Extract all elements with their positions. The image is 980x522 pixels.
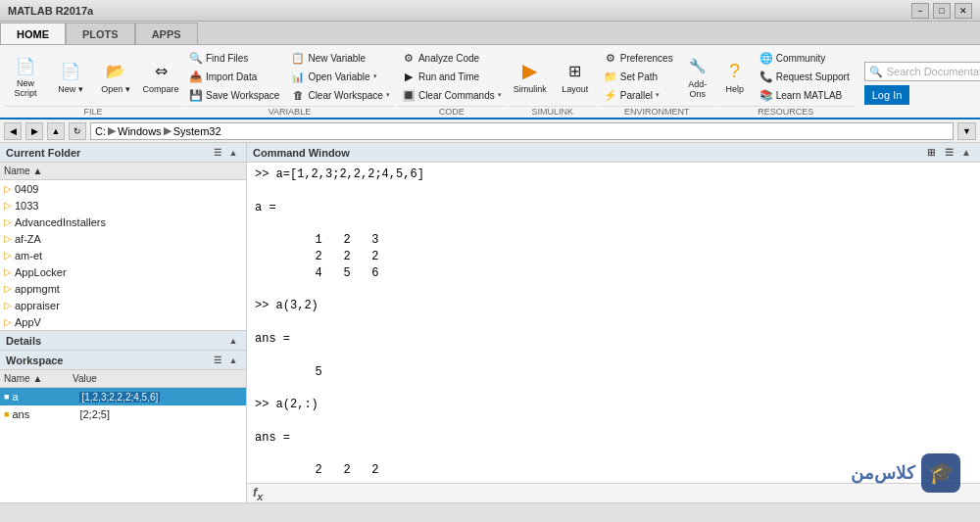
path-sep-1: ▶ — [108, 124, 116, 137]
open-var-icon: 📊 — [291, 70, 305, 83]
open-variable-button[interactable]: 📊 Open Variable ▾ — [286, 68, 395, 85]
folder-item[interactable]: ▷ 1033 — [0, 197, 246, 214]
cmd-header-btns: ⊞ ☰ ▲ — [923, 145, 974, 161]
save-workspace-button[interactable]: 💾 Save Workspace — [184, 86, 284, 104]
community-icon: 🌐 — [760, 51, 773, 65]
parallel-button[interactable]: ⚡ Parallel ▾ — [599, 86, 678, 104]
folder-item[interactable]: ▷ AppLocker — [0, 263, 246, 280]
save-icon: 💾 — [189, 88, 203, 102]
path-label: Set Path — [620, 71, 658, 82]
close-button[interactable]: ✕ — [955, 3, 972, 19]
simulink-icon: ▶ — [518, 59, 542, 82]
code-group-label: CODE — [397, 106, 507, 119]
folder-collapse-btn[interactable]: ▲ — [226, 146, 240, 160]
command-window-content[interactable]: >> a=[1,2,3;2,2,2;4,5,6] a = 1 2 3 2 2 2… — [247, 163, 980, 483]
cmd-expand-btn[interactable]: ⊞ — [923, 145, 939, 161]
forward-button[interactable]: ▶ — [25, 122, 43, 140]
clear-ws-label: Clear Workspace — [308, 90, 383, 101]
details-header: Details ▲ — [0, 331, 246, 351]
workspace-item-ans[interactable]: ■ ans [2;2;5] — [0, 405, 246, 423]
folder-expand-icon: ▷ — [4, 300, 12, 310]
fx-icon: fx — [253, 485, 263, 502]
folder-item[interactable]: ▷ appraiser — [0, 297, 246, 313]
login-button[interactable]: Log In — [864, 85, 910, 105]
search-input[interactable]: 🔍 Search Documentation — [864, 62, 980, 81]
workspace-menu-btn[interactable]: ☰ — [211, 354, 224, 367]
folder-col-name: Name ▲ — [4, 166, 242, 176]
folder-item[interactable]: ▷ 0409 — [0, 180, 246, 197]
set-path-button[interactable]: 📁 Set Path — [599, 68, 678, 85]
folder-expand-icon: ▷ — [4, 183, 12, 194]
community-button[interactable]: 🌐 Community — [755, 49, 855, 67]
simulink-label: Simulink — [514, 84, 547, 94]
watermark-text: کلاس‌من — [851, 462, 915, 484]
search-icon: 🔍 — [869, 66, 883, 78]
folder-expand-icon: ▷ — [4, 233, 12, 244]
request-support-button[interactable]: 📞 Request Support — [755, 68, 855, 85]
tab-apps[interactable]: APPS — [135, 23, 198, 44]
tab-home[interactable]: HOME — [0, 23, 66, 44]
new-var-label: New Variable — [308, 53, 366, 64]
cmd-line: ans = — [255, 331, 972, 348]
restore-button[interactable]: □ — [933, 3, 951, 19]
import-data-button[interactable]: 📥 Import Data — [184, 68, 284, 85]
folder-item[interactable]: ▷ af-ZA — [0, 230, 246, 247]
folder-expand-icon: ▷ — [4, 200, 12, 211]
folder-item[interactable]: ▷ am-et — [0, 247, 246, 263]
ribbon-group-environment: ⚙ Preferences 📁 Set Path ⚡ Parallel ▾ 🔧 … — [599, 49, 715, 118]
addons-button[interactable]: 🔧 Add-Ons — [680, 49, 715, 104]
help-button[interactable]: ? Help — [717, 49, 753, 104]
current-folder-header: Current Folder ☰ ▲ — [0, 143, 246, 163]
clear-workspace-button[interactable]: 🗑 Clear Workspace ▾ — [286, 86, 395, 104]
find-files-button[interactable]: 🔍 Find Files — [184, 49, 284, 67]
simulink-button[interactable]: ▶ Simulink — [509, 49, 552, 104]
clear-cmd-label: Clear Commands — [418, 90, 495, 101]
tab-plots[interactable]: PLOTS — [66, 23, 135, 44]
watermark: کلاس‌من 🎓 — [851, 453, 960, 493]
folder-column-header: Name ▲ — [0, 163, 246, 180]
layout-button[interactable]: ⊞ Layout — [554, 49, 597, 104]
analyze-icon: ⚙ — [402, 51, 416, 65]
preferences-button[interactable]: ⚙ Preferences — [599, 49, 678, 67]
details-header-btns: ▲ — [226, 334, 240, 348]
minimize-button[interactable]: − — [911, 3, 929, 19]
clear-commands-button[interactable]: 🔳 Clear Commands ▾ — [397, 86, 507, 104]
command-window-header: Command Window ⊞ ☰ ▲ — [247, 143, 980, 163]
folder-item[interactable]: ▷ appmgmt — [0, 280, 246, 297]
refresh-button[interactable]: ↻ — [69, 122, 86, 140]
community-label: Community — [776, 53, 826, 64]
folder-item-name: appraiser — [15, 300, 60, 311]
folder-list[interactable]: ▷ 0409 ▷ 1033 ▷ AdvancedInstallers ▷ af-… — [0, 180, 246, 330]
folder-item[interactable]: ▷ AdvancedInstallers — [0, 214, 246, 230]
folder-expand-icon: ▷ — [4, 266, 12, 277]
cmd-pin-btn[interactable]: ▲ — [958, 145, 974, 161]
compare-button[interactable]: ⇔ Compare — [139, 49, 182, 104]
new-script-button[interactable]: 📄 NewScript — [4, 49, 47, 104]
cmd-line: a = — [255, 200, 972, 216]
parallel-icon: ⚡ — [604, 88, 617, 102]
learn-icon: 📚 — [760, 88, 773, 102]
open-button[interactable]: 📂 Open ▾ — [94, 49, 137, 104]
new-button[interactable]: 📄 New ▾ — [49, 49, 92, 104]
back-button[interactable]: ◀ — [4, 122, 22, 140]
details-collapse-btn[interactable]: ▲ — [226, 334, 240, 348]
ws-var-value: [1,2,3;2,2,2;4,5,6] — [79, 391, 242, 403]
cmd-var-label: ans = — [255, 332, 290, 346]
analyze-label: Analyze Code — [418, 53, 479, 64]
folder-item[interactable]: ▷ AppV — [0, 313, 246, 330]
folder-menu-btn[interactable]: ☰ — [211, 146, 224, 160]
titlebar: MATLAB R2017a − □ ✕ — [0, 0, 980, 22]
workspace-collapse-btn[interactable]: ▲ — [226, 354, 240, 367]
path-display[interactable]: C: ▶ Windows ▶ System32 — [90, 122, 954, 140]
learn-matlab-button[interactable]: 📚 Learn MATLAB — [755, 86, 855, 104]
learn-label: Learn MATLAB — [776, 90, 843, 101]
workspace-item-a[interactable]: ■ a [1,2,3;2,2,2;4,5,6] — [0, 388, 246, 405]
folder-header-btns: ☰ ▲ — [211, 146, 240, 160]
run-time-button[interactable]: ▶ Run and Time — [397, 68, 507, 85]
analyze-code-button[interactable]: ⚙ Analyze Code — [397, 49, 507, 67]
ws-var-name: ans — [12, 408, 76, 420]
up-button[interactable]: ▲ — [47, 122, 65, 140]
cmd-menu-btn[interactable]: ☰ — [941, 145, 956, 161]
browse-button[interactable]: ▼ — [957, 122, 976, 140]
new-variable-button[interactable]: 📋 New Variable — [286, 49, 395, 67]
